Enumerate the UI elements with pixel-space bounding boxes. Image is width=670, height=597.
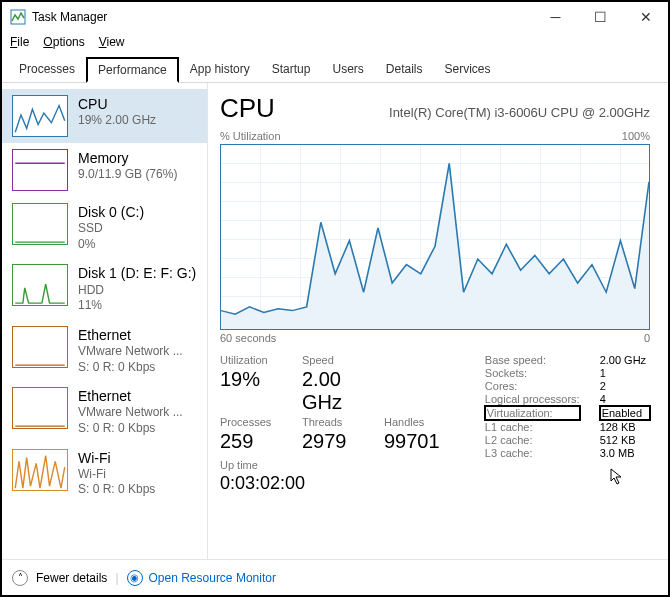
label-handles: Handles [384,416,454,428]
page-title: CPU [220,93,275,124]
sidebar-thumb-icon [12,203,68,245]
sidebar-item-ethernet[interactable]: EthernetVMware Network ...S: 0 R: 0 Kbps [2,320,207,381]
detail-value: 2.00 GHz [600,354,650,366]
detail-value: 2 [600,380,650,392]
detail-key: Sockets: [485,367,580,379]
sidebar: CPU19% 2.00 GHz Memory9.0/11.9 GB (76%) … [2,83,208,560]
tab-processes[interactable]: Processes [8,57,86,83]
app-icon [10,9,26,25]
sidebar-item-memory[interactable]: Memory9.0/11.9 GB (76%) [2,143,207,197]
detail-key: Base speed: [485,354,580,366]
tab-performance[interactable]: Performance [86,57,179,83]
fewer-details-link[interactable]: Fewer details [36,571,107,585]
chart-label-bottom-left: 60 seconds [220,332,276,344]
value-utilization: 19% [220,368,298,414]
tab-startup[interactable]: Startup [261,57,322,83]
detail-value: 4 [600,393,650,405]
value-processes: 259 [220,430,298,453]
sidebar-item-cpu[interactable]: CPU19% 2.00 GHz [2,89,207,143]
detail-value: 3.0 MB [600,447,650,459]
value-speed: 2.00 GHz [302,368,380,414]
detail-value: Enabled [600,406,650,420]
sidebar-item-disk-1-d-e-f-g-[interactable]: Disk 1 (D: E: F: G:)HDD11% [2,258,207,319]
sidebar-thumb-icon [12,326,68,368]
detail-key: L1 cache: [485,421,580,433]
chevron-up-icon[interactable]: ˄ [12,570,28,586]
monitor-icon: ◉ [127,570,143,586]
close-button[interactable]: ✕ [623,2,668,32]
sidebar-item-disk-0-c-[interactable]: Disk 0 (C:)SSD0% [2,197,207,258]
title-bar: Task Manager ─ ☐ ✕ [2,2,668,32]
sidebar-thumb-icon [12,449,68,491]
maximize-button[interactable]: ☐ [578,2,623,32]
label-uptime: Up time [220,459,454,471]
label-threads: Threads [302,416,380,428]
tab-strip: ProcessesPerformanceApp historyStartupUs… [2,56,668,83]
label-speed: Speed [302,354,380,366]
cpu-chart[interactable] [220,144,650,330]
value-threads: 2979 [302,430,380,453]
menu-view[interactable]: View [99,35,125,49]
menu-bar: File Options View [2,32,668,52]
detail-value: 128 KB [600,421,650,433]
open-resource-monitor-link[interactable]: ◉ Open Resource Monitor [127,570,276,586]
detail-value: 512 KB [600,434,650,446]
tab-app-history[interactable]: App history [179,57,261,83]
detail-key: L3 cache: [485,447,580,459]
menu-options[interactable]: Options [43,35,84,49]
chart-label-top-right: 100% [622,130,650,142]
window-title: Task Manager [32,10,533,24]
label-processes: Processes [220,416,298,428]
sidebar-thumb-icon [12,149,68,191]
tab-services[interactable]: Services [434,57,502,83]
detail-key: Logical processors: [485,393,580,405]
label-utilization: Utilization [220,354,298,366]
chart-label-top-left: % Utilization [220,130,281,142]
detail-key: L2 cache: [485,434,580,446]
cpu-details: Base speed:2.00 GHzSockets:1Cores:2Logic… [485,354,650,494]
detail-value: 1 [600,367,650,379]
menu-file[interactable]: File [10,35,29,49]
sidebar-item-wi-fi[interactable]: Wi-FiWi-FiS: 0 R: 0 Kbps [2,443,207,504]
tab-users[interactable]: Users [321,57,374,83]
value-handles: 99701 [384,430,454,453]
sidebar-thumb-icon [12,95,68,137]
main-panel: CPU Intel(R) Core(TM) i3-6006U CPU @ 2.0… [208,83,668,560]
sidebar-item-ethernet[interactable]: EthernetVMware Network ...S: 0 R: 0 Kbps [2,381,207,442]
cursor-icon [610,468,624,486]
value-uptime: 0:03:02:00 [220,473,454,494]
sidebar-thumb-icon [12,387,68,429]
detail-key: Virtualization: [485,406,580,420]
footer: ˄ Fewer details | ◉ Open Resource Monito… [2,559,668,595]
sidebar-thumb-icon [12,264,68,306]
cpu-model: Intel(R) Core(TM) i3-6006U CPU @ 2.00GHz [295,105,650,120]
minimize-button[interactable]: ─ [533,2,578,32]
tab-details[interactable]: Details [375,57,434,83]
detail-key: Cores: [485,380,580,392]
chart-label-bottom-right: 0 [644,332,650,344]
